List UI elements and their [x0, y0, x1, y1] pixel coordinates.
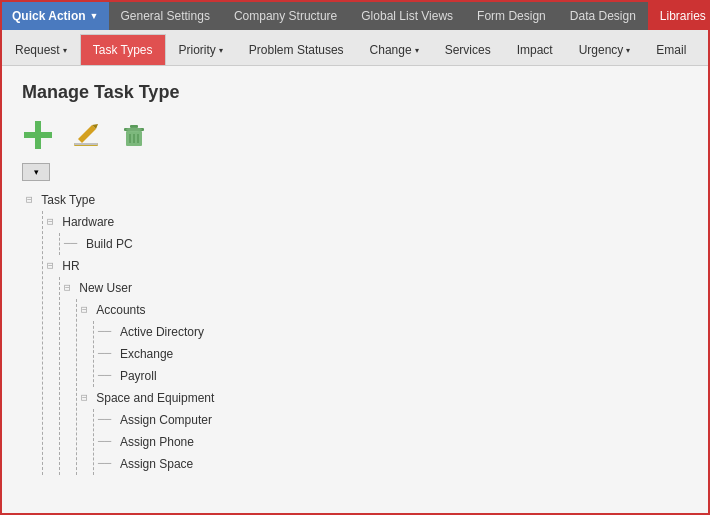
tree-label-space-equipment: Space and Equipment	[96, 387, 214, 409]
tree-label-build-pc: Build PC	[86, 233, 133, 255]
tree-row-exchange[interactable]: ── Exchange	[94, 343, 688, 365]
tree-label-active-directory: Active Directory	[120, 321, 204, 343]
tree-label-root: Task Type	[41, 189, 95, 211]
tab-cost-items[interactable]: Cost Items	[699, 34, 708, 65]
urgency-dropdown-arrow: ▾	[626, 46, 630, 55]
delete-button[interactable]	[118, 119, 150, 151]
tab-priority[interactable]: Priority ▾	[166, 34, 236, 65]
tree-row-assign-phone[interactable]: ── Assign Phone	[94, 431, 688, 453]
tree-label-hr: HR	[62, 255, 79, 277]
tree-row-assign-space[interactable]: ── Assign Space	[94, 453, 688, 475]
tree-row-hr[interactable]: ⊟ HR	[43, 255, 688, 277]
tree-node-hr: ⊟ HR ⊟ New User	[43, 255, 688, 475]
nav-general-settings[interactable]: General Settings	[109, 2, 222, 30]
svg-marker-3	[78, 125, 96, 143]
nav-form-design[interactable]: Form Design	[465, 2, 558, 30]
tree-label-accounts: Accounts	[96, 299, 145, 321]
nav-company-structure[interactable]: Company Structure	[222, 2, 349, 30]
delete-icon	[120, 121, 148, 149]
tree-row-space-equipment[interactable]: ⊟ Space and Equipment	[77, 387, 688, 409]
toolbar	[22, 119, 688, 151]
nav-libraries[interactable]: Libraries	[648, 2, 710, 30]
nav-data-design[interactable]: Data Design	[558, 2, 648, 30]
tab-change[interactable]: Change ▾	[357, 34, 432, 65]
tree-row-hardware[interactable]: ⊟ Hardware	[43, 211, 688, 233]
add-button[interactable]	[22, 119, 54, 151]
tree-row-active-directory[interactable]: ── Active Directory	[94, 321, 688, 343]
svg-rect-5	[74, 143, 98, 145]
quick-action-label: Quick Action	[12, 9, 86, 23]
priority-dropdown-arrow: ▾	[219, 46, 223, 55]
tree-row-accounts[interactable]: ⊟ Accounts	[77, 299, 688, 321]
quick-action-arrow: ▼	[90, 11, 99, 21]
tab-request[interactable]: Request ▾	[2, 34, 80, 65]
svg-point-12	[126, 128, 142, 132]
tree-label-assign-phone: Assign Phone	[120, 431, 194, 453]
tree-label-hardware: Hardware	[62, 211, 114, 233]
edit-button[interactable]	[70, 119, 102, 151]
tree-row-root[interactable]: ⊟ Task Type	[26, 189, 688, 211]
tree-label-new-user: New User	[79, 277, 132, 299]
tab-problem-statuses[interactable]: Problem Statuses	[236, 34, 357, 65]
nav-global-list-views[interactable]: Global List Views	[349, 2, 465, 30]
main-content: Manage Task Type	[2, 66, 708, 515]
tree-node-accounts: ⊟ Accounts ── Active Directory	[77, 299, 688, 387]
tab-urgency[interactable]: Urgency ▾	[566, 34, 644, 65]
svg-rect-1	[24, 132, 52, 138]
tree-node-new-user: ⊟ New User ⊟ Accounts	[60, 277, 688, 475]
change-dropdown-arrow: ▾	[415, 46, 419, 55]
tree-row-new-user[interactable]: ⊟ New User	[60, 277, 688, 299]
request-dropdown-arrow: ▾	[63, 46, 67, 55]
tree-label-exchange: Exchange	[120, 343, 173, 365]
quick-action-button[interactable]: Quick Action ▼	[2, 2, 109, 30]
page-title: Manage Task Type	[22, 82, 688, 103]
tab-email[interactable]: Email	[643, 34, 699, 65]
tree-row-build-pc[interactable]: ── Build PC	[60, 233, 688, 255]
tree-node-root: ⊟ Task Type ⊟ Hardware ── Build PC	[26, 189, 688, 475]
edit-icon	[72, 121, 100, 149]
tree-label-payroll: Payroll	[120, 365, 157, 387]
tree-label-assign-computer: Assign Computer	[120, 409, 212, 431]
tab-services[interactable]: Services	[432, 34, 504, 65]
tree-node-space-equipment: ⊟ Space and Equipment ── Assign Computer	[77, 387, 688, 475]
sub-nav: Request ▾ Task Types Priority ▾ Problem …	[2, 30, 708, 66]
tree-label-assign-space: Assign Space	[120, 453, 193, 475]
add-icon	[22, 119, 54, 151]
tab-task-types[interactable]: Task Types	[80, 34, 166, 65]
tree-node-hardware: ⊟ Hardware ── Build PC	[43, 211, 688, 255]
top-nav: Quick Action ▼ General Settings Company …	[2, 2, 708, 30]
tree-view: ⊟ Task Type ⊟ Hardware ── Build PC	[26, 189, 688, 475]
collapse-all-button[interactable]: ▾	[22, 163, 50, 181]
tree-row-payroll[interactable]: ── Payroll	[94, 365, 688, 387]
tab-impact[interactable]: Impact	[504, 34, 566, 65]
tree-row-assign-computer[interactable]: ── Assign Computer	[94, 409, 688, 431]
